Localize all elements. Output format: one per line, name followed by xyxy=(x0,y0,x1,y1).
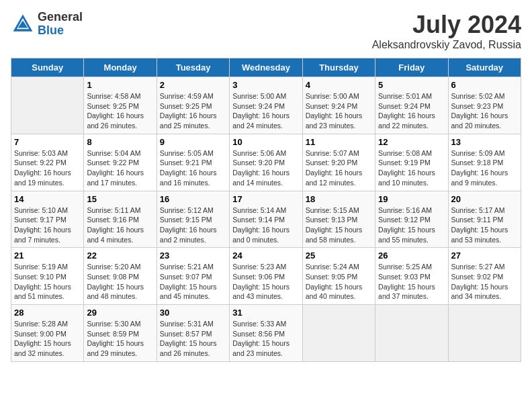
logo: General Blue xyxy=(11,11,83,38)
day-detail: Sunrise: 5:12 AMSunset: 9:15 PMDaylight:… xyxy=(160,205,226,245)
day-cell: 22Sunrise: 5:20 AMSunset: 9:08 PMDayligh… xyxy=(84,248,157,305)
day-cell: 11Sunrise: 5:07 AMSunset: 9:20 PMDayligh… xyxy=(302,134,375,191)
day-number: 29 xyxy=(87,308,153,318)
day-cell: 30Sunrise: 5:31 AMSunset: 8:57 PMDayligh… xyxy=(157,305,229,362)
day-number: 20 xyxy=(451,194,518,204)
day-detail: Sunrise: 5:15 AMSunset: 9:13 PMDaylight:… xyxy=(306,205,372,245)
day-cell: 19Sunrise: 5:16 AMSunset: 9:12 PMDayligh… xyxy=(375,191,448,248)
day-cell xyxy=(11,77,84,134)
day-number: 15 xyxy=(87,194,153,204)
day-detail: Sunrise: 5:03 AMSunset: 9:22 PMDaylight:… xyxy=(14,148,81,188)
day-cell: 7Sunrise: 5:03 AMSunset: 9:22 PMDaylight… xyxy=(11,134,84,191)
day-detail: Sunrise: 4:59 AMSunset: 9:25 PMDaylight:… xyxy=(160,91,226,131)
day-cell: 31Sunrise: 5:33 AMSunset: 8:56 PMDayligh… xyxy=(230,305,302,362)
day-detail: Sunrise: 5:10 AMSunset: 9:17 PMDaylight:… xyxy=(14,205,81,245)
day-detail: Sunrise: 5:25 AMSunset: 9:03 PMDaylight:… xyxy=(378,262,445,302)
day-cell: 10Sunrise: 5:06 AMSunset: 9:20 PMDayligh… xyxy=(230,134,302,191)
day-detail: Sunrise: 5:28 AMSunset: 9:00 PMDaylight:… xyxy=(14,319,81,359)
day-number: 1 xyxy=(87,80,153,90)
day-cell: 14Sunrise: 5:10 AMSunset: 9:17 PMDayligh… xyxy=(11,191,84,248)
day-cell: 21Sunrise: 5:19 AMSunset: 9:10 PMDayligh… xyxy=(11,248,84,305)
day-detail: Sunrise: 5:24 AMSunset: 9:05 PMDaylight:… xyxy=(306,262,372,302)
day-cell: 28Sunrise: 5:28 AMSunset: 9:00 PMDayligh… xyxy=(11,305,84,362)
day-cell: 16Sunrise: 5:12 AMSunset: 9:15 PMDayligh… xyxy=(157,191,229,248)
day-number: 27 xyxy=(451,250,518,261)
day-cell: 12Sunrise: 5:08 AMSunset: 9:19 PMDayligh… xyxy=(375,134,448,191)
day-cell xyxy=(448,305,521,362)
day-number: 18 xyxy=(306,194,372,204)
header-row: SundayMondayTuesdayWednesdayThursdayFrid… xyxy=(11,58,521,77)
day-detail: Sunrise: 5:21 AMSunset: 9:07 PMDaylight:… xyxy=(160,262,226,302)
day-number: 3 xyxy=(232,80,299,90)
main-title: July 2024 xyxy=(372,11,521,39)
day-detail: Sunrise: 5:33 AMSunset: 8:56 PMDaylight:… xyxy=(232,319,299,359)
col-header-sunday: Sunday xyxy=(11,58,84,77)
day-number: 30 xyxy=(160,308,226,318)
day-detail: Sunrise: 5:14 AMSunset: 9:14 PMDaylight:… xyxy=(232,205,299,245)
day-number: 22 xyxy=(87,250,153,261)
calendar-table: SundayMondayTuesdayWednesdayThursdayFrid… xyxy=(11,58,521,362)
day-detail: Sunrise: 5:00 AMSunset: 9:24 PMDaylight:… xyxy=(306,91,372,131)
day-number: 21 xyxy=(14,250,81,261)
day-detail: Sunrise: 5:02 AMSunset: 9:23 PMDaylight:… xyxy=(451,91,518,131)
day-number: 4 xyxy=(306,80,372,90)
day-detail: Sunrise: 5:06 AMSunset: 9:20 PMDaylight:… xyxy=(232,148,299,188)
col-header-wednesday: Wednesday xyxy=(230,58,302,77)
day-number: 6 xyxy=(451,80,518,90)
day-number: 24 xyxy=(232,250,299,261)
day-number: 25 xyxy=(306,250,372,261)
week-row-2: 7Sunrise: 5:03 AMSunset: 9:22 PMDaylight… xyxy=(11,134,521,191)
logo-icon xyxy=(11,12,35,36)
day-cell: 29Sunrise: 5:30 AMSunset: 8:59 PMDayligh… xyxy=(84,305,157,362)
day-number: 5 xyxy=(378,80,445,90)
col-header-friday: Friday xyxy=(375,58,448,77)
day-detail: Sunrise: 5:07 AMSunset: 9:20 PMDaylight:… xyxy=(306,148,372,188)
subtitle: Aleksandrovskiy Zavod, Russia xyxy=(372,39,521,51)
day-detail: Sunrise: 5:16 AMSunset: 9:12 PMDaylight:… xyxy=(378,205,445,245)
day-cell: 20Sunrise: 5:17 AMSunset: 9:11 PMDayligh… xyxy=(448,191,521,248)
col-header-saturday: Saturday xyxy=(448,58,521,77)
day-number: 12 xyxy=(378,137,445,147)
day-detail: Sunrise: 5:23 AMSunset: 9:06 PMDaylight:… xyxy=(232,262,299,302)
day-detail: Sunrise: 5:11 AMSunset: 9:16 PMDaylight:… xyxy=(87,205,153,245)
day-detail: Sunrise: 5:08 AMSunset: 9:19 PMDaylight:… xyxy=(378,148,445,188)
day-number: 28 xyxy=(14,308,81,318)
logo-text: General Blue xyxy=(38,11,83,38)
day-cell: 8Sunrise: 5:04 AMSunset: 9:22 PMDaylight… xyxy=(84,134,157,191)
day-cell: 4Sunrise: 5:00 AMSunset: 9:24 PMDaylight… xyxy=(302,77,375,134)
week-row-1: 1Sunrise: 4:58 AMSunset: 9:25 PMDaylight… xyxy=(11,77,521,134)
day-number: 14 xyxy=(14,194,81,204)
week-row-4: 21Sunrise: 5:19 AMSunset: 9:10 PMDayligh… xyxy=(11,248,521,305)
day-detail: Sunrise: 5:31 AMSunset: 8:57 PMDaylight:… xyxy=(160,319,226,359)
day-detail: Sunrise: 5:17 AMSunset: 9:11 PMDaylight:… xyxy=(451,205,518,245)
day-detail: Sunrise: 5:19 AMSunset: 9:10 PMDaylight:… xyxy=(14,262,81,302)
week-row-5: 28Sunrise: 5:28 AMSunset: 9:00 PMDayligh… xyxy=(11,305,521,362)
day-cell: 3Sunrise: 5:00 AMSunset: 9:24 PMDaylight… xyxy=(230,77,302,134)
day-detail: Sunrise: 5:00 AMSunset: 9:24 PMDaylight:… xyxy=(232,91,299,131)
day-cell: 25Sunrise: 5:24 AMSunset: 9:05 PMDayligh… xyxy=(302,248,375,305)
day-cell xyxy=(302,305,375,362)
page-header: General Blue July 2024 Aleksandrovskiy Z… xyxy=(11,11,521,51)
day-number: 9 xyxy=(160,137,226,147)
day-number: 31 xyxy=(232,308,299,318)
day-cell: 27Sunrise: 5:27 AMSunset: 9:02 PMDayligh… xyxy=(448,248,521,305)
day-cell: 6Sunrise: 5:02 AMSunset: 9:23 PMDaylight… xyxy=(448,77,521,134)
day-cell: 26Sunrise: 5:25 AMSunset: 9:03 PMDayligh… xyxy=(375,248,448,305)
day-cell: 24Sunrise: 5:23 AMSunset: 9:06 PMDayligh… xyxy=(230,248,302,305)
col-header-thursday: Thursday xyxy=(302,58,375,77)
day-cell: 17Sunrise: 5:14 AMSunset: 9:14 PMDayligh… xyxy=(230,191,302,248)
day-detail: Sunrise: 5:09 AMSunset: 9:18 PMDaylight:… xyxy=(451,148,518,188)
day-cell: 18Sunrise: 5:15 AMSunset: 9:13 PMDayligh… xyxy=(302,191,375,248)
day-number: 8 xyxy=(87,137,153,147)
day-number: 23 xyxy=(160,250,226,261)
col-header-monday: Monday xyxy=(84,58,157,77)
week-row-3: 14Sunrise: 5:10 AMSunset: 9:17 PMDayligh… xyxy=(11,191,521,248)
day-detail: Sunrise: 5:20 AMSunset: 9:08 PMDaylight:… xyxy=(87,262,153,302)
day-number: 10 xyxy=(232,137,299,147)
day-number: 13 xyxy=(451,137,518,147)
day-cell: 9Sunrise: 5:05 AMSunset: 9:21 PMDaylight… xyxy=(157,134,229,191)
day-detail: Sunrise: 4:58 AMSunset: 9:25 PMDaylight:… xyxy=(87,91,153,131)
day-number: 11 xyxy=(306,137,372,147)
day-cell: 5Sunrise: 5:01 AMSunset: 9:24 PMDaylight… xyxy=(375,77,448,134)
day-number: 7 xyxy=(14,137,81,147)
